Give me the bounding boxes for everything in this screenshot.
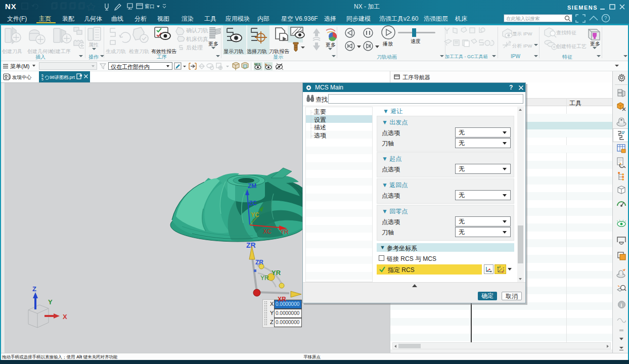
svg-text:X: X: [63, 313, 67, 321]
svg-text:YR: YR: [280, 229, 289, 236]
svg-text:ZR: ZR: [246, 241, 256, 249]
svg-text:确认刀轨: 确认刀轨: [186, 27, 208, 33]
svg-text:ZR: ZR: [255, 259, 263, 266]
svg-text:?: ?: [604, 16, 607, 21]
svg-text:YR: YR: [272, 269, 281, 277]
svg-text:机床仿真: 机床仿真: [186, 36, 208, 42]
svg-text:X: X: [503, 269, 505, 272]
svg-text:5: 5: [41, 74, 43, 77]
svg-text:后处理: 后处理: [186, 44, 203, 51]
svg-text:窗口: 窗口: [145, 4, 155, 9]
svg-text:YC: YC: [251, 211, 259, 218]
svg-text:Z: Z: [499, 265, 501, 268]
svg-text:XC: XC: [263, 228, 272, 235]
svg-text:i: i: [621, 302, 622, 308]
svg-text:ZM: ZM: [248, 183, 256, 190]
svg-text:5: 5: [41, 77, 43, 81]
svg-text:Y: Y: [48, 298, 53, 306]
svg-text:ZC: ZC: [249, 200, 257, 207]
svg-text:Z: Z: [32, 285, 36, 293]
svg-text:YR: YR: [260, 275, 269, 282]
